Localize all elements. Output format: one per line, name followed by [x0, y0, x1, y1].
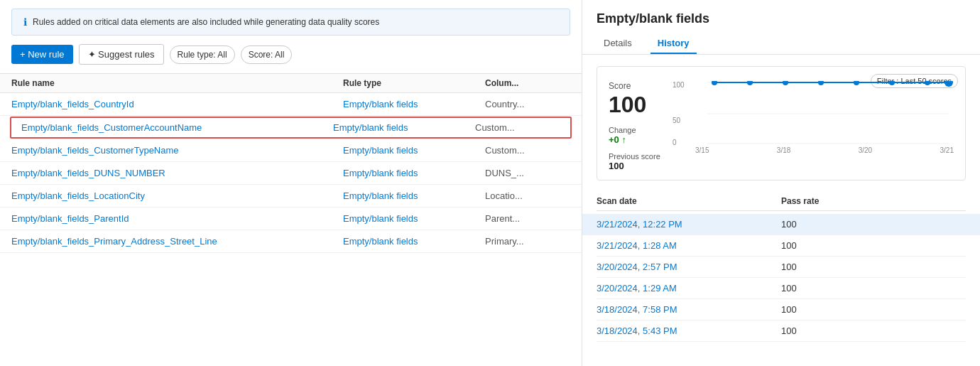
history-row: 3/18/2024, 5:43 PM 100: [597, 321, 966, 342]
history-date: 3/18/2024, 7:58 PM: [597, 304, 781, 315]
history-date: 3/21/2024, 12:22 PM: [597, 219, 781, 230]
rule-type: Empty/blank fields: [333, 122, 475, 133]
history-pass-rate: 100: [781, 262, 966, 272]
svg-point-9: [925, 81, 930, 85]
history-rows-container: 3/21/2024, 12:22 PM 100 3/21/2024, 1:28 …: [597, 214, 966, 342]
history-date: 3/20/2024, 2:57 PM: [597, 262, 781, 272]
chart-left-labels: Score 100 Change +0 ↑ Previous score 100: [609, 81, 680, 171]
prev-score-section: Previous score 100: [609, 152, 680, 171]
change-value: +0 ↑: [609, 134, 680, 145]
col-name: Primary...: [485, 236, 570, 247]
rule-type: Empty/blank fields: [343, 168, 485, 178]
table-row[interactable]: Empty/blank_fields_CountryId Empty/blank…: [0, 93, 582, 116]
rule-name[interactable]: Empty/blank_fields_CustomerAccountName: [21, 122, 333, 133]
chart-container: Score 100 Change +0 ↑ Previous score 100…: [609, 81, 954, 171]
svg-point-4: [747, 81, 753, 85]
y-axis-100: 100: [673, 81, 685, 89]
change-section: Change +0 ↑: [609, 126, 680, 145]
rule-type: Empty/blank fields: [343, 213, 485, 224]
col-header-column: Colum...: [485, 78, 570, 88]
tab-details[interactable]: Details: [597, 33, 639, 54]
info-bar: ℹ Rules added on critical data elements …: [11, 9, 570, 36]
history-col-pass-rate: Pass rate: [781, 196, 966, 206]
history-row: 3/20/2024, 2:57 PM 100: [597, 257, 966, 278]
info-icon: ℹ: [23, 16, 27, 28]
y-axis-50: 50: [673, 117, 680, 124]
col-name: Parent...: [485, 213, 570, 224]
col-name: DUNS_...: [485, 168, 570, 178]
rule-name[interactable]: Empty/blank_fields_LocationCity: [11, 190, 343, 201]
history-row: 3/21/2024, 1:28 AM 100: [597, 235, 966, 257]
table-header: Rule name Rule type Colum...: [0, 73, 582, 93]
history-col-date: Scan date: [597, 196, 781, 206]
info-message: Rules added on critical data elements ar…: [33, 17, 379, 27]
table-row[interactable]: Empty/blank_fields_ParentId Empty/blank …: [0, 208, 582, 230]
svg-point-6: [818, 81, 824, 85]
toolbar: + New rule ✦ Suggest rules Rule type: Al…: [0, 44, 582, 73]
left-panel: ℹ Rules added on critical data elements …: [0, 0, 582, 366]
table-row[interactable]: Empty/blank_fields_CustomerAccountName E…: [10, 117, 572, 139]
rule-type-filter[interactable]: Rule type: All: [170, 45, 235, 64]
svg-point-3: [712, 81, 717, 85]
chart-area: Filter : Last 50 scores Score 100 Change…: [597, 66, 966, 181]
suggest-rules-button[interactable]: ✦ Suggest rules: [79, 44, 164, 65]
history-pass-rate: 100: [781, 283, 966, 294]
svg-point-8: [889, 81, 895, 85]
x-label-318: 3/18: [777, 146, 790, 154]
history-pass-rate: 100: [781, 304, 966, 315]
panel-title: Empty/blank fields: [582, 11, 980, 33]
history-pass-rate: 100: [781, 240, 966, 251]
rule-name[interactable]: Empty/blank_fields_CustomerTypeName: [11, 145, 343, 156]
col-name: Custom...: [485, 145, 570, 156]
table-row[interactable]: Empty/blank_fields_DUNS_NUMBER Empty/bla…: [0, 162, 582, 185]
svg-point-7: [854, 81, 859, 85]
table-row[interactable]: Empty/blank_fields_Primary_Address_Stree…: [0, 230, 582, 253]
tabs: Details History: [582, 33, 980, 55]
col-name: Country...: [485, 99, 570, 109]
prev-score-value: 100: [609, 161, 680, 171]
rule-name[interactable]: Empty/blank_fields_DUNS_NUMBER: [11, 168, 343, 178]
history-table: Scan date Pass rate 3/21/2024, 12:22 PM …: [582, 192, 980, 342]
right-panel: Empty/blank fields Details History Filte…: [582, 0, 980, 366]
x-label-321: 3/21: [940, 146, 954, 154]
history-row: 3/18/2024, 7:58 PM 100: [597, 299, 966, 321]
change-label: Change: [609, 126, 680, 134]
prev-score-label: Previous score: [609, 152, 680, 161]
table-body: Empty/blank_fields_CountryId Empty/blank…: [0, 93, 582, 366]
history-pass-rate: 100: [781, 325, 966, 336]
history-date: 3/18/2024, 5:43 PM: [597, 325, 781, 336]
rule-type: Empty/blank fields: [343, 145, 485, 156]
score-label: Score: [609, 81, 680, 91]
score-value: 100: [609, 92, 680, 117]
history-table-header: Scan date Pass rate: [597, 192, 966, 211]
history-row: 3/20/2024, 1:29 AM 100: [597, 278, 966, 299]
col-name: Locatio...: [485, 190, 570, 201]
col-header-rule-name: Rule name: [11, 78, 343, 88]
history-row: 3/21/2024, 12:22 PM 100: [582, 214, 980, 235]
col-name: Custom...: [475, 122, 560, 133]
rule-type: Empty/blank fields: [343, 190, 485, 201]
score-filter[interactable]: Score: All: [241, 45, 293, 64]
col-header-rule-type: Rule type: [343, 78, 485, 88]
rule-type: Empty/blank fields: [343, 236, 485, 247]
x-label-315: 3/15: [695, 146, 709, 154]
rule-type: Empty/blank fields: [343, 99, 485, 109]
table-row[interactable]: Empty/blank_fields_LocationCity Empty/bl…: [0, 185, 582, 208]
y-axis-0: 0: [673, 139, 677, 146]
new-rule-button[interactable]: + New rule: [11, 45, 73, 64]
svg-point-5: [783, 81, 788, 85]
score-chart: [695, 81, 961, 145]
tab-history[interactable]: History: [650, 33, 697, 54]
table-row[interactable]: Empty/blank_fields_CustomerTypeName Empt…: [0, 139, 582, 162]
rule-name[interactable]: Empty/blank_fields_CountryId: [11, 99, 343, 109]
x-label-320: 3/20: [859, 146, 872, 154]
rule-name[interactable]: Empty/blank_fields_ParentId: [11, 213, 343, 224]
history-pass-rate: 100: [781, 219, 966, 230]
history-date: 3/21/2024, 1:28 AM: [597, 240, 781, 251]
chart-svg-wrapper: 100 50 0: [688, 81, 954, 171]
rule-name[interactable]: Empty/blank_fields_Primary_Address_Stree…: [11, 236, 343, 247]
x-axis-labels: 3/15 3/18 3/20 3/21: [695, 146, 954, 154]
svg-point-10: [944, 81, 953, 87]
history-date: 3/20/2024, 1:29 AM: [597, 283, 781, 294]
